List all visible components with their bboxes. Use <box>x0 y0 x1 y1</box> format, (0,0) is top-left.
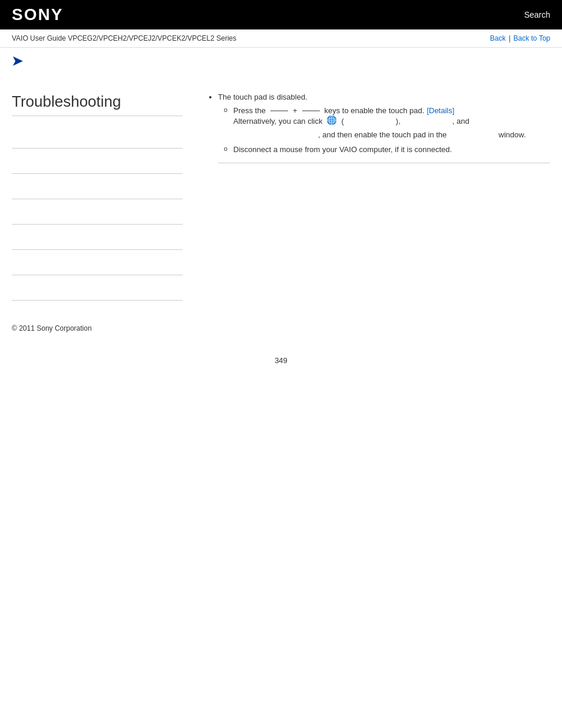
content-item-1: The touch pad is disabled. Press the + k… <box>218 93 550 163</box>
list-item <box>12 199 183 225</box>
sub-item-1: Press the + keys to enable the touch pad… <box>224 106 550 139</box>
keys-suffix: keys to enable the touch pad. <box>325 106 425 115</box>
alt-line: Alternatively, you can click <box>233 115 550 127</box>
plus-sign: + <box>293 106 297 115</box>
sidebar-link-1[interactable] <box>12 131 183 140</box>
details-link[interactable]: [Details] <box>427 106 454 115</box>
breadcrumb-text: VAIO User Guide VPCEG2/VPCEH2/VPCEJ2/VPC… <box>12 34 236 42</box>
breadcrumb-bar: VAIO User Guide VPCEG2/VPCEH2/VPCEJ2/VPC… <box>0 29 562 48</box>
arrow-right-icon: ➤ <box>12 54 22 68</box>
text-placeholder-1 <box>346 118 394 124</box>
sidebar-link-2[interactable] <box>12 157 183 165</box>
sony-logo: SONY <box>12 5 63 24</box>
text-placeholder-4 <box>449 132 496 138</box>
sidebar-link-6[interactable] <box>12 258 183 266</box>
touchpad-disabled-text: The touch pad is disabled. <box>218 93 308 101</box>
sidebar-link-3[interactable] <box>12 182 183 190</box>
press-prefix: Press the <box>233 106 266 115</box>
and-text: , and <box>452 117 470 126</box>
back-link[interactable]: Back <box>490 34 506 42</box>
page-number: 349 <box>0 344 562 377</box>
alt-prefix: Alternatively, you can click <box>233 117 323 126</box>
text-placeholder-2 <box>403 118 450 124</box>
paren-close: ), <box>396 117 401 126</box>
copyright-text: © 2011 Sony Corporation <box>12 324 92 332</box>
content-list: The touch pad is disabled. Press the + k… <box>206 93 550 163</box>
list-item <box>12 225 183 250</box>
text-placeholder-3 <box>269 132 316 138</box>
windows-globe-icon <box>326 115 338 127</box>
list-item <box>12 149 183 174</box>
sidebar: Troubleshooting <box>12 87 194 301</box>
key-placeholder-1 <box>270 110 288 111</box>
breadcrumb-nav: Back | Back to Top <box>490 34 550 42</box>
list-item <box>12 123 183 149</box>
sidebar-link-4[interactable] <box>12 207 183 216</box>
search-button[interactable]: Search <box>524 10 550 19</box>
site-header: SONY Search <box>0 0 562 29</box>
content-area: The touch pad is disabled. Press the + k… <box>194 87 550 301</box>
window-suffix: window. <box>498 130 525 139</box>
sidebar-link-5[interactable] <box>12 233 183 241</box>
disconnect-text: Disconnect a mouse from your VAIO comput… <box>233 145 452 154</box>
paren-open: ( <box>342 117 344 126</box>
arrow-section: ➤ <box>0 48 562 75</box>
window-line: , and then enable the touch pad in the w… <box>233 130 550 139</box>
footer: © 2011 Sony Corporation <box>0 312 562 344</box>
content-separator <box>218 163 550 163</box>
sidebar-items-list <box>12 123 183 301</box>
list-item <box>12 275 183 301</box>
nav-separator: | <box>508 34 510 42</box>
key-placeholder-2 <box>302 110 320 111</box>
enable-prefix: , and then enable the touch pad in the <box>318 130 447 139</box>
list-item <box>12 174 183 199</box>
sub-item-2: Disconnect a mouse from your VAIO comput… <box>224 145 550 154</box>
list-item <box>12 250 183 275</box>
press-line: Press the + keys to enable the touch pad… <box>233 106 550 115</box>
back-to-top-link[interactable]: Back to Top <box>514 34 550 42</box>
sub-list: Press the + keys to enable the touch pad… <box>218 106 550 154</box>
sidebar-title: Troubleshooting <box>12 93 183 116</box>
sidebar-link-7[interactable] <box>12 284 183 292</box>
main-content: Troubleshooting <box>0 75 562 312</box>
